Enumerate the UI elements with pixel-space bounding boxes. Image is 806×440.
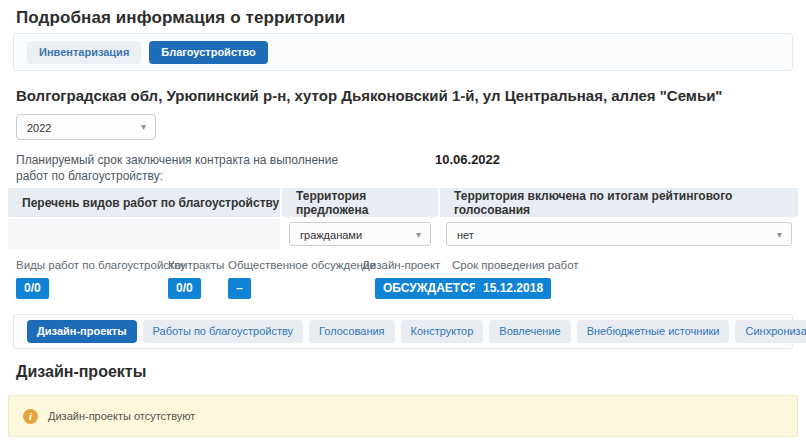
stat-label: Контракты [168, 259, 224, 271]
tab-involvement[interactable]: Вовлечение [489, 320, 570, 343]
contract-label: Планируемый срок заключения контракта на… [16, 152, 361, 184]
chevron-down-icon: ▾ [416, 229, 421, 240]
contract-row: Планируемый срок заключения контракта на… [16, 152, 790, 186]
tab-improvement-works[interactable]: Работы по благоустройству [143, 320, 303, 343]
territory-address-title: Волгоградская обл, Урюпинский р-н, хутор… [16, 87, 790, 104]
tab-design-projects[interactable]: Дизайн-проекты [27, 320, 137, 343]
works-table-row: гражданами ▾ нет ▾ [8, 219, 798, 249]
included-cell: нет ▾ [440, 219, 798, 249]
stat-label: Виды работ по благоустройству [16, 259, 186, 271]
section-tabs-bar: Дизайн-проекты Работы по благоустройству… [13, 314, 793, 349]
mode-toggle-inventory[interactable]: Инвентаризация [27, 41, 141, 64]
status-badge: 0/0 [168, 278, 201, 299]
stat-public-discussion: Общественное обсуждение – [228, 259, 376, 299]
works-table-col-included: Территория включена по итогам рейтингово… [440, 188, 798, 217]
works-table: Перечень видов работ по благоустройству … [8, 188, 798, 249]
tab-extrabudgetary-sources[interactable]: Внебюджетные источники [577, 320, 730, 343]
stats-row: Виды работ по благоустройству 0/0 Контра… [16, 259, 806, 305]
status-badge: 0/0 [16, 278, 49, 299]
proposed-by-select-value: гражданами [300, 229, 362, 241]
works-table-col-proposed: Территория предложена [282, 188, 438, 217]
year-select-value: 2022 [27, 122, 51, 134]
stat-label: Срок проведения работ [452, 259, 579, 271]
tab-synchronization[interactable]: Синхронизация [735, 320, 806, 343]
section-title: Дизайн-проекты [16, 363, 806, 381]
works-table-header: Перечень видов работ по благоустройству … [8, 188, 798, 217]
status-badge: 15.12.2018 [475, 278, 551, 299]
year-select[interactable]: 2022 ▾ [16, 114, 156, 140]
alert-text: Дизайн-проекты отсутствуют [48, 410, 195, 422]
works-list-cell [8, 219, 280, 249]
proposed-by-select[interactable]: гражданами ▾ [289, 222, 431, 246]
proposed-by-cell: гражданами ▾ [282, 219, 438, 249]
info-icon: i [23, 409, 38, 424]
stat-work-types: Виды работ по благоустройству 0/0 [16, 259, 186, 299]
stat-label: Общественное обсуждение [228, 259, 376, 271]
chevron-down-icon: ▾ [141, 121, 146, 132]
stat-contracts: Контракты 0/0 [168, 259, 224, 299]
page-title: Подробная информация о территории [16, 8, 806, 28]
tab-votings[interactable]: Голосования [309, 320, 395, 343]
included-select[interactable]: нет ▾ [446, 222, 792, 246]
status-badge: – [228, 278, 251, 299]
works-table-col-works: Перечень видов работ по благоустройству [8, 188, 280, 217]
chevron-down-icon: ▾ [777, 229, 782, 240]
included-select-value: нет [457, 229, 474, 241]
mode-toggle-improvement[interactable]: Благоустройство [149, 41, 267, 64]
mode-toggle-bar: Инвентаризация Благоустройство [13, 33, 793, 71]
stat-work-period: Срок проведения работ 15.12.2018 [452, 259, 579, 299]
tab-constructor[interactable]: Конструктор [401, 320, 484, 343]
no-design-projects-alert: i Дизайн-проекты отсутствуют [8, 395, 798, 437]
contract-date: 10.06.2022 [435, 152, 500, 167]
